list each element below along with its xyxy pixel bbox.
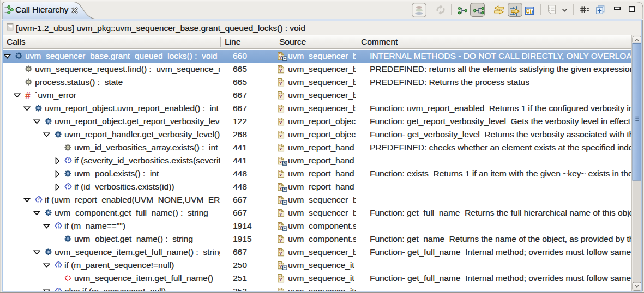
svg-text:v: v — [279, 185, 282, 191]
svg-text:v: v — [279, 119, 282, 125]
svg-text:?: ? — [37, 196, 40, 202]
svg-text:v: v — [279, 263, 282, 269]
svg-text:v: v — [279, 80, 282, 86]
svg-text:v: v — [279, 198, 282, 204]
svg-text:v: v — [279, 54, 282, 60]
svg-text:v: v — [279, 93, 282, 99]
svg-text:?: ? — [57, 261, 60, 267]
svg-text:v: v — [279, 145, 282, 151]
svg-text:v: v — [279, 276, 282, 282]
svg-text:?: ? — [67, 183, 70, 188]
svg-text:i: i — [531, 9, 533, 15]
svg-text:?: ? — [57, 222, 60, 228]
svg-text:v: v — [279, 172, 282, 178]
svg-text:v: v — [279, 237, 282, 243]
svg-text:v: v — [279, 132, 282, 138]
svg-text:v: v — [279, 211, 282, 217]
svg-text:v: v — [279, 158, 282, 164]
svg-text:v: v — [279, 224, 282, 230]
svg-text:v: v — [279, 106, 282, 112]
svg-text:v: v — [279, 250, 282, 256]
svg-text:v: v — [279, 67, 282, 73]
svg-text:?: ? — [67, 157, 70, 162]
